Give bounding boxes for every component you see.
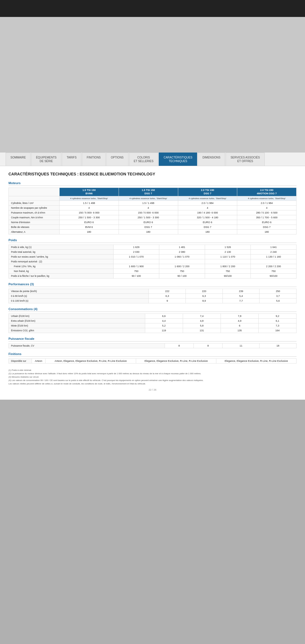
- table-cell: EURO 6: [178, 220, 237, 225]
- tab-options[interactable]: OPTIONS: [106, 153, 128, 166]
- table-cell: 250 / 1 500 - 3 300: [60, 215, 119, 220]
- table-cell: Vitesse de pointe (km/h): [9, 289, 149, 294]
- table-cell: Émissions CO2, g/km: [9, 328, 145, 333]
- moteurs-table: 1.5 TSI 150BVM6 1.5 TSI 150DSG 7 2.0 TSI…: [8, 188, 297, 234]
- tab-tarifs[interactable]: TARIFS: [62, 153, 81, 166]
- table-cell: 8,9: [186, 299, 223, 303]
- finitions-cell: Arteon: [32, 359, 45, 364]
- table-cell: Mixte (l/100 km): [9, 323, 145, 328]
- table-cell: 4: [119, 206, 178, 210]
- tab-caracteristiques[interactable]: CARACTÉRISTIQUESTECHNIQUES: [159, 153, 197, 166]
- table-cell: 2 130: [205, 250, 251, 254]
- table-cell: 1 600 / 1 900: [114, 264, 159, 269]
- table-cell: 8: [193, 343, 222, 348]
- table-cell: 2 080: [159, 250, 205, 254]
- finitions-cell: Elegance, Elegance Exclusive, R-Line, R-…: [136, 359, 216, 364]
- table-cell: 190 / 4 180- 6 000: [178, 210, 237, 215]
- table-cell: 220: [186, 289, 223, 294]
- table-cell: [114, 259, 159, 264]
- consommations-table: Urbain (l/100 km)6,67,47,89,2Extra urbai…: [8, 314, 297, 333]
- finitions-cell: Disponible sur: [9, 359, 32, 364]
- table-cell: 750: [205, 269, 251, 274]
- tab-services[interactable]: SERVICES ASSOCIÉSET OFFRES: [226, 153, 265, 166]
- col-header-4: 2.0 TSI 2804MOTION DSG 7: [237, 188, 297, 196]
- table-cell: Freiné 12% / 8%, kg: [9, 264, 114, 269]
- footnote-item: (4) Les valeurs de consommation 99 / 100…: [8, 379, 297, 382]
- table-cell: 350 / 1 700 - 5 600: [237, 215, 297, 220]
- table-cell: 5,8: [183, 323, 221, 328]
- table-cell: [159, 259, 205, 264]
- table-cell: Boîte de vitesses: [9, 225, 60, 230]
- performances-table: Vitesse de pointe (km/h)2222202392500 à …: [8, 289, 297, 303]
- nav-tabs: SOMMAIRE ÉQUIPEMENTSDE SÉRIE TARIFS FINI…: [0, 153, 305, 166]
- table-cell: 0 à 80 km/h (s): [9, 294, 149, 299]
- table-cell: 4: [178, 206, 237, 210]
- table-cell: 1 800 / 2 200: [205, 264, 251, 269]
- table-cell: Poids total autorisé, kg: [9, 250, 114, 254]
- table-cell: 90 / 100: [159, 274, 205, 279]
- car-image-area: [0, 17, 305, 153]
- table-cell: [251, 259, 297, 264]
- table-cell: Poids remorqué autorisé : (2): [9, 259, 114, 264]
- table-cell: 6,6: [145, 314, 183, 319]
- table-cell: 1 629: [114, 245, 159, 250]
- table-cell: Poids sur essieu avant / arrière, kg: [9, 254, 114, 259]
- tab-finitions[interactable]: FINITIONS: [82, 153, 105, 166]
- table-cell: Poids à la flèche / sur le pavillon, kg: [9, 274, 114, 279]
- table-cell: 4: [237, 206, 297, 210]
- footnote-item: (3) Mesures réalisées sur circuit.: [8, 375, 297, 379]
- table-cell: DSG 7: [119, 225, 178, 230]
- table-cell: 4: [60, 206, 119, 210]
- table-cell: 90 / 100: [114, 274, 159, 279]
- table-cell: Non freiné, kg: [9, 269, 114, 274]
- sub-header-1: 4 cylindres essence turbo, 'Start/Stop': [60, 196, 119, 201]
- table-cell: 9: [149, 299, 186, 303]
- poids-table: Poids à vide, kg (1)1 6291 4811 5261 641…: [8, 245, 297, 279]
- col-header-2: 1.5 TSI 150DSG 7: [119, 188, 178, 196]
- section-moteurs: Moteurs: [8, 181, 297, 186]
- content-area: CARACTÉRISTIQUES TECHNIQUES : ESSENCE BL…: [0, 166, 305, 400]
- table-cell: 320 / 1 500 - 4 180: [178, 215, 237, 220]
- table-cell: 750: [114, 269, 159, 274]
- table-cell: 239: [223, 289, 260, 294]
- table-cell: 8: [165, 343, 193, 348]
- table-cell: Couple maximum, Nm à tr/mn: [9, 215, 60, 220]
- table-cell: 7,8: [221, 314, 258, 319]
- tab-coloris[interactable]: COLORISET SELLERIES: [129, 153, 158, 166]
- finitions-cell: Elegance, Elegance Exclusive, R-Line, R-…: [216, 359, 297, 364]
- table-cell: 90/100: [251, 274, 297, 279]
- page-title: CARACTÉRISTIQUES TECHNIQUES : ESSENCE BL…: [8, 172, 297, 176]
- table-cell: BVM 6: [60, 225, 119, 230]
- table-cell: 2.0 / 1 984: [237, 201, 297, 206]
- tab-equipements[interactable]: ÉQUIPEMENTSDE SÉRIE: [31, 153, 61, 166]
- section-finitions: Finitions: [8, 352, 297, 357]
- table-cell: 131: [183, 328, 221, 333]
- table-cell: DSG 7: [237, 225, 297, 230]
- table-cell: 4,8: [183, 319, 221, 323]
- table-cell: 1 600 / 2 200: [159, 264, 205, 269]
- table-cell: Alternateur, A: [9, 230, 60, 234]
- table-cell: Extra urbain (l/100 km): [9, 319, 145, 323]
- table-cell: 119: [145, 328, 183, 333]
- col-header-1: 1.5 TSI 150BVM6: [60, 188, 119, 196]
- table-cell: 5,2: [145, 323, 183, 328]
- table-cell: 2 030: [114, 250, 159, 254]
- table-cell: 3,7: [260, 294, 297, 299]
- table-cell: 7,4: [183, 314, 221, 319]
- table-cell: 7,7: [223, 299, 260, 303]
- finitions-table: Disponible surArteonArteon, Elegance, El…: [8, 358, 297, 364]
- table-cell: 250 / 1 500 - 3 300: [119, 215, 178, 220]
- table-cell: EURO 6: [60, 220, 119, 225]
- table-cell: 1.5 / 1 498: [119, 201, 178, 206]
- tab-sommaire[interactable]: SOMMAIRE: [6, 153, 30, 166]
- table-cell: 0 à 100 km/h (s): [9, 299, 149, 303]
- table-cell: Urbain (l/100 km): [9, 314, 145, 319]
- table-cell: 164: [258, 328, 296, 333]
- table-cell: 750: [159, 269, 205, 274]
- section-performances: Performances (3): [8, 282, 297, 287]
- table-cell: 1 130 / 1 160: [251, 254, 297, 259]
- puissance-table: Puissance fiscale, CV881118: [8, 343, 297, 348]
- footnote-item: Les valeurs réelles peuvent différer de …: [8, 382, 297, 386]
- section-puissance: Puissance fiscale: [8, 337, 297, 341]
- tab-dimensions[interactable]: DIMENSIONS: [198, 153, 225, 166]
